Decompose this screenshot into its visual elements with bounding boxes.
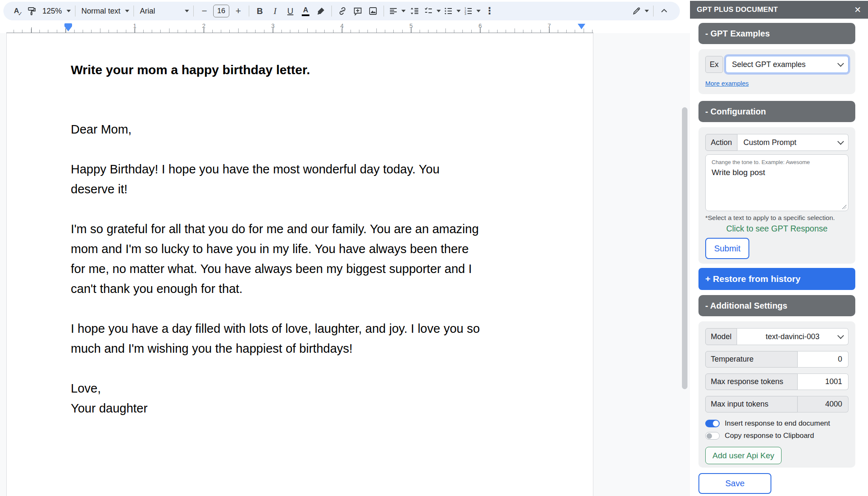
sidebar-titlebar: GPT PLUS DOCUMENT ✕ xyxy=(690,1,868,19)
divider xyxy=(134,6,134,17)
prompt-placeholder-label: Change the tone to. Example: Awesome xyxy=(712,159,842,165)
more-options-button[interactable]: ⋮ xyxy=(483,4,496,18)
add-comment-button[interactable] xyxy=(351,4,364,18)
temperature-label: Temperature xyxy=(705,351,798,368)
font-size-decrease-button[interactable]: − xyxy=(198,4,211,18)
ruler-number: 6 xyxy=(479,22,482,29)
ruler-number: 7 xyxy=(548,22,551,29)
font-select[interactable]: Arial xyxy=(138,4,189,18)
section-header-additional-settings[interactable]: - Additional Settings xyxy=(698,295,855,316)
align-button[interactable] xyxy=(388,4,406,18)
document-line: can't thank you enough for that. xyxy=(71,279,570,299)
highlight-color-button[interactable] xyxy=(314,4,327,18)
checklist-button[interactable] xyxy=(423,4,441,18)
underline-button[interactable]: U xyxy=(284,4,297,18)
comment-icon xyxy=(353,6,363,16)
ruler: 1234567 xyxy=(0,22,690,33)
prompt-textarea[interactable]: Change the tone to. Example: Awesome Wri… xyxy=(705,154,849,211)
checklist-icon xyxy=(423,6,434,16)
divider xyxy=(331,6,332,17)
chevron-up-icon xyxy=(659,6,669,16)
zoom-select[interactable]: 125% xyxy=(41,4,71,18)
gpt-response-link[interactable]: Click to see GPT Response xyxy=(705,224,849,234)
action-select[interactable]: Custom Prompt xyxy=(737,134,849,151)
close-icon[interactable]: ✕ xyxy=(854,6,861,14)
section-header-gpt-examples[interactable]: - GPT Examples xyxy=(698,23,855,44)
divider xyxy=(75,6,75,17)
gpt-examples-select[interactable]: Select GPT examples xyxy=(726,56,849,73)
chevron-down-icon xyxy=(185,10,189,12)
right-indent-marker[interactable] xyxy=(578,24,585,29)
left-indent-marker[interactable] xyxy=(64,23,72,31)
document-line: Love, xyxy=(71,379,570,398)
paint-roller-icon xyxy=(27,6,37,16)
insert-image-button[interactable] xyxy=(367,4,379,18)
paragraph-style-value: Normal text xyxy=(80,7,122,16)
font-size-increase-button[interactable]: + xyxy=(232,4,245,18)
max-input-tokens-label: Max input tokens xyxy=(705,396,798,412)
sidebar-title: GPT PLUS DOCUMENT xyxy=(697,6,778,14)
document-line: deserve it! xyxy=(71,179,570,199)
section-header-configuration[interactable]: - Configuration xyxy=(698,101,855,122)
more-examples-link[interactable]: More examples xyxy=(705,80,749,87)
chevron-down-icon xyxy=(837,332,844,339)
ruler-number: 4 xyxy=(340,22,344,29)
model-select[interactable]: text-davinci-003 xyxy=(737,328,849,345)
chevron-down-icon xyxy=(401,10,406,12)
italic-button[interactable]: I xyxy=(269,4,281,18)
paragraph-style-select[interactable]: Normal text xyxy=(80,4,129,18)
zoom-value: 125% xyxy=(41,7,64,16)
editing-mode-button[interactable] xyxy=(632,4,649,18)
add-api-key-button[interactable]: Add user Api Key xyxy=(705,447,782,464)
restore-from-history-button[interactable]: + Restore from history xyxy=(698,268,855,290)
bulleted-list-button[interactable] xyxy=(443,4,461,18)
text-color-button[interactable]: A xyxy=(299,4,312,18)
submit-button[interactable]: Submit xyxy=(705,238,749,259)
ruler-number: 2 xyxy=(202,22,206,29)
document-line: for me, no matter what. You have always … xyxy=(71,259,570,279)
chevron-down-icon xyxy=(437,10,441,12)
text-color-icon: A xyxy=(302,6,309,16)
font-size-input[interactable]: 16 xyxy=(213,5,229,17)
highlighter-icon xyxy=(316,6,326,16)
copy-response-toggle[interactable] xyxy=(705,432,720,440)
font-value: Arial xyxy=(138,7,157,16)
paint-format-button[interactable] xyxy=(25,4,38,18)
document-line xyxy=(71,199,570,219)
toolbar: A✓ 125% Normal text Arial xyxy=(0,0,690,22)
document-body: Dear Mom,Happy Birthday! I hope you have… xyxy=(71,80,570,418)
numbered-list-button[interactable]: 123 xyxy=(463,4,481,18)
chevron-down-icon xyxy=(645,10,649,12)
configuration-card: Action Custom Prompt Change the tone to.… xyxy=(698,127,855,264)
pen-icon xyxy=(632,6,642,16)
line-spacing-button[interactable] xyxy=(408,4,421,18)
spellcheck-button[interactable]: A✓ xyxy=(10,4,23,18)
resize-handle-icon[interactable] xyxy=(842,205,846,209)
collapse-toolbar-button[interactable] xyxy=(658,4,670,18)
chevron-down-icon xyxy=(125,10,129,12)
italic-icon: I xyxy=(274,6,277,17)
selection-note: *Select a text to apply to a specific se… xyxy=(705,214,849,222)
document-line xyxy=(71,80,570,100)
toolbar-pill: A✓ 125% Normal text Arial xyxy=(3,2,680,20)
document-line: mom and I'm so lucky to have you in my l… xyxy=(71,239,570,259)
document-line xyxy=(71,100,570,120)
insert-response-toggle[interactable] xyxy=(705,420,720,427)
spellcheck-icon: A✓ xyxy=(14,7,19,15)
line-spacing-icon xyxy=(409,6,420,16)
ruler-number: 3 xyxy=(271,22,275,29)
document-page[interactable]: Write your mom a happy birthday letter. … xyxy=(6,33,593,496)
model-label: Model xyxy=(705,328,737,345)
max-response-tokens-input[interactable]: 1001 xyxy=(798,373,849,390)
link-icon xyxy=(337,6,348,16)
document-line: Happy Birthday! I hope you have the most… xyxy=(71,159,570,179)
bold-button[interactable]: B xyxy=(253,4,266,18)
insert-link-button[interactable] xyxy=(336,4,349,18)
font-size-value: 16 xyxy=(217,7,225,15)
max-response-tokens-label: Max response tokens xyxy=(705,373,798,390)
save-button[interactable]: Save xyxy=(698,473,771,494)
document-line: Dear Mom, xyxy=(71,120,570,139)
max-input-tokens-value: 4000 xyxy=(825,400,842,409)
vertical-scrollbar[interactable] xyxy=(682,107,687,389)
temperature-input[interactable]: 0 xyxy=(798,351,849,368)
